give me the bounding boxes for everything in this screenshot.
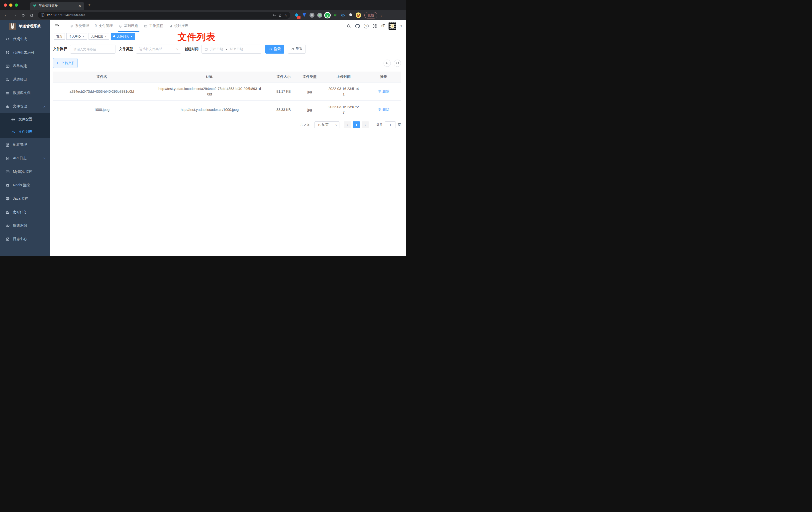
next-page-button[interactable]: › xyxy=(362,121,369,128)
sidebar-item-scheduled-jobs[interactable]: 定时任务 xyxy=(0,205,50,219)
topnav-infrastructure[interactable]: 基础设施 xyxy=(119,20,138,32)
delete-button[interactable]: 删除 xyxy=(378,107,389,112)
toggle-search-button[interactable] xyxy=(383,60,391,67)
refresh-icon xyxy=(291,48,294,51)
chevron-up-icon: ∧ xyxy=(43,105,46,108)
sidebar-item-system-api[interactable]: 系统接口 xyxy=(0,73,50,86)
sidebar-item-tracing[interactable]: 链路追踪 xyxy=(0,219,50,232)
sidebar-item-form-builder[interactable]: 表单构建 xyxy=(0,59,50,73)
delete-button[interactable]: 删除 xyxy=(378,89,389,94)
search-button[interactable]: 搜索 xyxy=(265,44,284,54)
profile-avatar-emoji[interactable] xyxy=(355,12,361,18)
sidebar-item-file-manage[interactable]: 文件管理 ∧ xyxy=(0,100,50,113)
browser-menu-icon[interactable]: ⋮ xyxy=(379,13,383,18)
sidebar-item-java-monitor[interactable]: Java 监控 xyxy=(0,192,50,205)
sidebar-logo[interactable]: 芋道管理系统 xyxy=(0,20,50,32)
sidebar-item-redis-monitor[interactable]: Redis 监控 xyxy=(0,179,50,192)
address-bar[interactable]: ⓘ 127.0.0.1:1024/infra/file/file ☆ xyxy=(38,12,290,19)
page-unit-label: 页 xyxy=(398,123,401,127)
browser-tab[interactable]: 芋道管理系统 ✕ xyxy=(30,2,84,10)
user-avatar[interactable]: ☺ xyxy=(388,22,396,30)
pie-chart-icon xyxy=(169,24,173,28)
bookmark-star-icon[interactable]: ☆ xyxy=(284,13,287,17)
sidebar-item-file-config[interactable]: 文件配置 xyxy=(0,113,50,126)
topnav-payment[interactable]: ¥ 支付管理 xyxy=(95,20,113,32)
tab-close-icon[interactable]: ✕ xyxy=(78,4,81,8)
file-type-select[interactable]: 请选择文件类型 ∨ xyxy=(136,44,181,54)
back-icon[interactable]: ← xyxy=(2,11,10,19)
sidebar-item-code-gen[interactable]: 代码生成 xyxy=(0,32,50,46)
hamburger-icon[interactable] xyxy=(52,22,61,30)
sidebar-item-config-manage[interactable]: 配置管理 xyxy=(0,138,50,152)
extension-eye-icon[interactable] xyxy=(340,12,346,18)
cell-file-name: 1000.jpeg xyxy=(53,100,151,119)
topnav-workflow[interactable]: 工作流程 xyxy=(144,20,163,32)
chevron-down-icon: ∨ xyxy=(176,48,179,51)
trash-icon xyxy=(378,89,381,93)
extension-tag-manager-icon[interactable]: 11 xyxy=(293,12,299,18)
sidebar-item-code-demo[interactable]: 代码生成示例 xyxy=(0,46,50,59)
topnav-system[interactable]: 系统管理 xyxy=(70,20,89,32)
cell-url: http://test.yudao.iocoder.cn/1000.jpeg xyxy=(151,100,269,119)
extension-recorder-icon[interactable] xyxy=(317,12,323,18)
new-tab-button[interactable]: + xyxy=(88,2,91,8)
tag-close-icon[interactable]: ✕ xyxy=(130,35,133,38)
sidebar-item-api-log[interactable]: API 日志 ∨ xyxy=(0,152,50,165)
password-key-icon[interactable] xyxy=(272,13,276,17)
sidebar-item-file-list[interactable]: 文件列表 xyxy=(0,126,50,138)
tag-profile[interactable]: 个人中心 ✕ xyxy=(66,33,87,40)
extension-command-icon[interactable]: ⌘ xyxy=(309,12,315,18)
tag-close-icon[interactable]: ✕ xyxy=(82,35,85,38)
github-icon[interactable] xyxy=(355,24,360,29)
col-url: URL xyxy=(151,71,269,82)
sidebar-item-db-doc[interactable]: 数据库文档 xyxy=(0,86,50,100)
sidebar-item-log-center[interactable]: 日志中心 xyxy=(0,232,50,246)
forward-icon[interactable]: → xyxy=(11,11,19,19)
date-end-placeholder: 结束日期 xyxy=(230,47,243,51)
window-zoom-button[interactable] xyxy=(15,3,18,7)
window-minimize-button[interactable] xyxy=(9,3,12,7)
calendar-icon xyxy=(204,48,208,51)
tag-home[interactable]: 首页 xyxy=(54,33,65,40)
extension-badge: 11 xyxy=(297,16,300,19)
reload-icon[interactable] xyxy=(20,11,27,19)
cell-file-size: 33.33 KB xyxy=(269,100,298,119)
extension-y-icon[interactable]: y xyxy=(324,12,330,18)
caret-down-icon[interactable]: ▼ xyxy=(400,25,403,27)
log-icon xyxy=(5,156,10,160)
extensions-puzzle-icon[interactable] xyxy=(348,12,354,18)
goto-page-input[interactable] xyxy=(385,121,396,128)
sliders-icon xyxy=(5,78,10,82)
browser-update-button[interactable]: 更新 xyxy=(364,12,377,19)
file-path-input-field[interactable] xyxy=(73,48,112,51)
cell-upload-time: 2022-03-16 23:07:27 xyxy=(321,100,366,119)
share-icon[interactable] xyxy=(278,13,282,17)
upload-file-button[interactable]: ＋ 上传文件 xyxy=(53,58,78,68)
favicon-plant-icon xyxy=(33,4,36,8)
extension-star-icon[interactable]: ✶ xyxy=(332,12,338,18)
table-row: a294ecb2-73dd-4353-bf40-296b8931d0bf htt… xyxy=(53,82,401,100)
file-path-label: 文件路径 xyxy=(53,47,67,51)
fullscreen-icon[interactable] xyxy=(372,24,377,28)
page-size-select[interactable]: 10条/页 ∨ xyxy=(315,121,340,128)
font-size-icon[interactable]: ᴛT xyxy=(381,24,385,28)
help-icon[interactable]: ? xyxy=(364,24,369,28)
extension-kite-icon[interactable] xyxy=(301,12,307,18)
tag-close-icon[interactable]: ✕ xyxy=(105,35,107,38)
search-icon[interactable] xyxy=(346,24,351,28)
date-range-picker[interactable]: 开始日期 - 结束日期 xyxy=(202,44,261,54)
home-icon[interactable] xyxy=(28,11,35,19)
cell-url: http://test.yudao.iocoder.cn/a294ecb2-73… xyxy=(151,82,269,100)
site-info-icon[interactable]: ⓘ xyxy=(41,13,45,18)
file-path-input[interactable] xyxy=(70,44,115,54)
topnav-reports[interactable]: 统计报表 xyxy=(169,20,188,32)
reset-button[interactable]: 重置 xyxy=(288,44,306,54)
tag-file-config[interactable]: 文件配置 ✕ xyxy=(89,33,109,40)
refresh-table-button[interactable] xyxy=(394,60,401,67)
sidebar-item-mysql-monitor[interactable]: MySQL 监控 xyxy=(0,165,50,179)
tag-file-list[interactable]: 文件列表 ✕ xyxy=(111,33,135,40)
cell-file-name: a294ecb2-73dd-4353-bf40-296b8931d0bf xyxy=(53,82,151,100)
window-close-button[interactable] xyxy=(4,3,7,7)
current-page[interactable]: 1 xyxy=(353,121,360,128)
prev-page-button[interactable]: ‹ xyxy=(344,121,351,128)
